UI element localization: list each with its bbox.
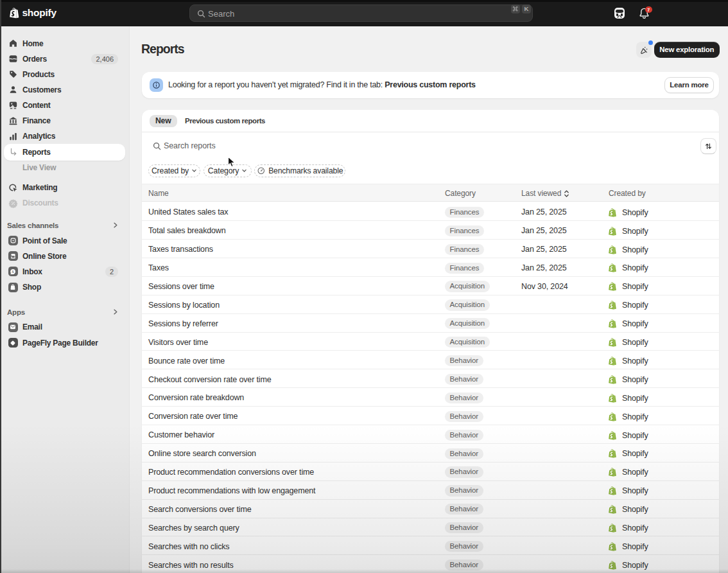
svg-text:S: S (12, 269, 14, 274)
